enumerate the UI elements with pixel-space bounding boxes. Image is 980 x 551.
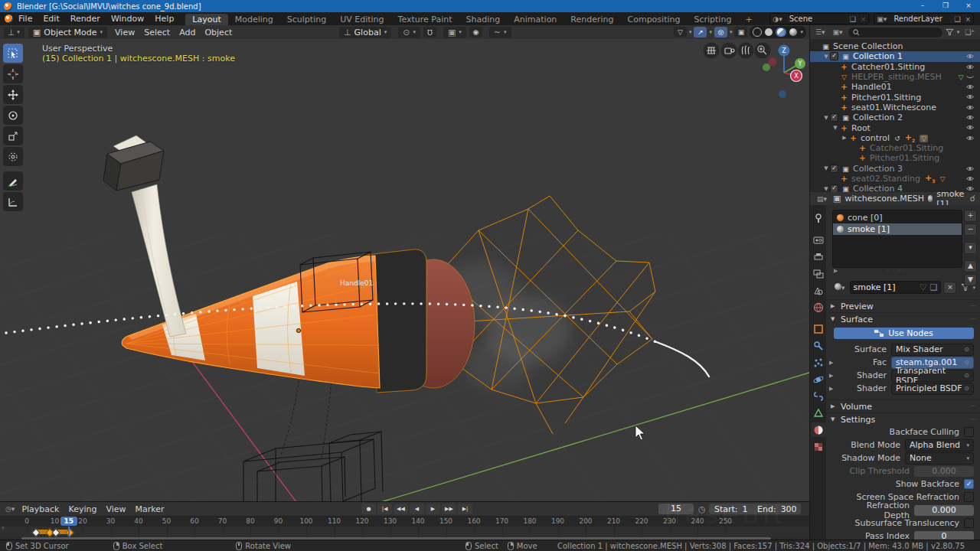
outliner-editor-icon[interactable]: ☰▾ (813, 28, 828, 36)
material-name-field[interactable]: smoke [1] ♡ ❑ (850, 281, 942, 294)
data-tab[interactable] (811, 406, 826, 420)
tab-layout[interactable]: Layout (185, 14, 227, 26)
properties-editor-icon[interactable]: ▤▾ (815, 195, 829, 203)
viewport-menu-view[interactable]: View (110, 28, 139, 37)
outliner-row[interactable]: +Handle01 (810, 82, 980, 92)
unlink-material-button[interactable]: × (943, 282, 956, 294)
timeline-ruler[interactable]: 0102030405060708090100110120130140150160… (0, 517, 809, 527)
constraints-tab[interactable] (811, 389, 826, 403)
dropdown[interactable]: None▾ (905, 452, 974, 465)
menu-file[interactable]: File (13, 14, 38, 24)
particles-tab[interactable] (811, 355, 826, 370)
eye-open-icon[interactable] (965, 83, 975, 90)
move-tool[interactable] (3, 85, 23, 104)
tab-texture-paint[interactable]: Texture Paint (391, 14, 459, 26)
outliner-item-label[interactable]: Collection 2 (853, 112, 903, 122)
collection-checkbox[interactable]: ✓ (830, 165, 838, 173)
start-frame-field[interactable]: Start:1 (709, 504, 756, 514)
blender-menu-icon[interactable] (5, 15, 13, 23)
cursor-tool[interactable] (3, 64, 23, 83)
outliner-item-label[interactable]: control (861, 133, 890, 143)
timeline-menu-playback[interactable]: Playback (17, 504, 64, 514)
use-nodes-button[interactable]: Use Nodes (834, 328, 974, 339)
eye-open-icon[interactable] (965, 185, 975, 192)
viewlayer-tab[interactable] (811, 266, 826, 281)
eye-open-icon[interactable] (965, 53, 975, 60)
menu-render[interactable]: Render (65, 14, 106, 24)
material-tab[interactable] (811, 422, 826, 437)
end-frame-field[interactable]: End:300 (752, 504, 801, 514)
jump-end-button[interactable]: ▶| (458, 504, 472, 514)
output-tab[interactable] (811, 249, 826, 264)
dropdown[interactable]: Alpha Blend▾ (905, 439, 974, 452)
playhead-line[interactable] (68, 527, 70, 536)
annotate-tool[interactable] (3, 171, 23, 191)
transform-tool[interactable] (3, 147, 23, 166)
panel-settings[interactable]: ▼Settings···· (826, 412, 980, 425)
outliner-search-input[interactable] (848, 28, 942, 37)
filter-icon[interactable] (946, 28, 954, 36)
tool-tab[interactable] (811, 211, 826, 226)
outliner-row[interactable]: ▣Scene Collection (810, 41, 980, 51)
tab-shading[interactable]: Shading (459, 14, 508, 26)
timeline-editor-icon[interactable]: ◷▾ (3, 505, 17, 513)
outliner-row[interactable]: ▼✓▣Collection 2 (810, 112, 980, 122)
prop-value-field[interactable]: Transparent BSDF⊙ (891, 370, 974, 382)
shading-wireframe-icon[interactable] (753, 28, 762, 37)
material-browse-icon[interactable]: ▾ (832, 283, 848, 292)
tab-animation[interactable]: Animation (507, 14, 564, 26)
outliner-item-label[interactable]: Root (851, 123, 871, 133)
outliner-item-label[interactable]: Collection 3 (853, 164, 903, 174)
prop-value-field[interactable]: Mix Shader⊙ (891, 344, 974, 356)
panel-preview[interactable]: ▶Preview···· (826, 299, 980, 312)
eye-open-icon[interactable] (965, 93, 975, 100)
eye-open-icon[interactable] (965, 165, 975, 172)
prev-keyframe-button[interactable]: ◀◀ (394, 504, 408, 514)
orientation-dropdown[interactable]: ⊥Global▾ (339, 27, 391, 38)
falloff-dropdown[interactable]: ~▾ (489, 27, 511, 38)
new-viewlayer-icon[interactable]: ❑ (952, 15, 962, 23)
fake-user-icon[interactable]: ♡ (920, 282, 927, 292)
timeline-menu-keying[interactable]: Keying (64, 504, 101, 514)
eye-open-icon[interactable] (965, 124, 975, 131)
viewport-menu-add[interactable]: Add (175, 28, 200, 37)
tab-compositing[interactable]: Compositing (621, 14, 688, 26)
value-field[interactable]: 0.000 (914, 466, 974, 477)
scene-selector[interactable]: ◑▾ Scene ❑ × (769, 13, 869, 24)
editor-type-dropdown[interactable]: ⟂▾ (4, 27, 24, 38)
menu-edit[interactable]: Edit (38, 14, 64, 24)
proportional-edit-toggle[interactable]: ◉ (469, 27, 482, 37)
panel-volume[interactable]: ▶Volume···· (826, 399, 980, 412)
physics-tab[interactable] (811, 372, 826, 386)
slot-specials-button[interactable]: ▾ (964, 242, 977, 254)
eye-open-icon[interactable] (965, 64, 975, 70)
play-button[interactable]: ▶ (426, 504, 440, 514)
outliner-row[interactable]: +Pitcher01.Sitting (810, 92, 980, 102)
outliner-item-label[interactable]: Catcher01.Sitting (851, 62, 925, 72)
scene-tab[interactable] (811, 283, 826, 298)
next-keyframe-button[interactable]: ▶▶ (442, 504, 456, 514)
shading-material-active[interactable] (776, 28, 786, 37)
prop-value-field[interactable]: Principled BSDF⊙ (891, 383, 974, 395)
gizmo-toggle[interactable]: ↗ (694, 27, 707, 37)
outliner-item-label[interactable]: seat02.Standing (851, 174, 920, 184)
outliner-row[interactable]: ▼✓▣Collection 3 (810, 164, 980, 174)
eye-open-icon[interactable] (965, 135, 975, 142)
rotate-tool[interactable] (3, 106, 23, 125)
tab-sculpting[interactable]: Sculpting (280, 14, 333, 26)
outliner-row[interactable]: ▶+control↺+2▽ (810, 133, 980, 143)
timeline-menu-marker[interactable]: Marker (131, 504, 169, 514)
value-field[interactable]: 0 (914, 531, 974, 540)
outliner-row[interactable]: +Catcher01.Sitting (810, 62, 980, 72)
menu-window[interactable]: Window (106, 14, 149, 24)
jump-start-button[interactable]: |◀ (377, 504, 392, 514)
eye-open-icon[interactable] (965, 104, 975, 111)
slot-move-up-button[interactable]: ▲ (964, 260, 977, 272)
timeline-expand-arrow[interactable]: › (2, 523, 5, 531)
list-filter-arrow[interactable]: ▶ (834, 268, 838, 274)
checkbox[interactable] (964, 518, 974, 528)
select-box-tool[interactable] (3, 44, 23, 63)
playhead-bubble[interactable]: 15 (60, 517, 77, 526)
render-tab[interactable] (811, 233, 826, 247)
snap-target-dropdown[interactable]: ▣▾ (443, 27, 466, 38)
